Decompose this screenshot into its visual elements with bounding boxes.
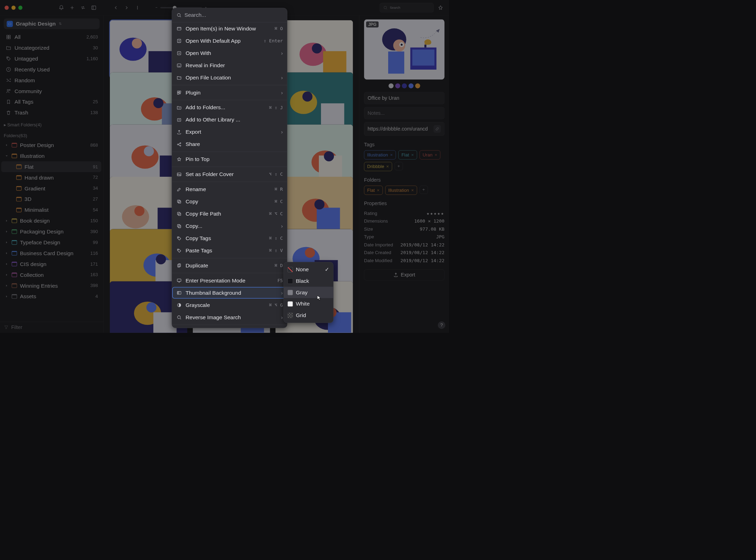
menu-more-[interactable]: More... › xyxy=(172,326,287,328)
plugin-icon xyxy=(176,90,182,95)
sidebar-item-trash[interactable]: Trash 138 xyxy=(2,107,101,118)
menu-shortcut: ⌘ O xyxy=(275,26,283,31)
menu-thumbnail-background[interactable]: Thumbnail Background › xyxy=(172,287,287,299)
remove-tag-icon[interactable]: × xyxy=(411,152,414,158)
add-tag-button[interactable]: + xyxy=(394,162,403,170)
menu-rename[interactable]: Rename ⌘ R xyxy=(172,183,287,195)
folder-poster design[interactable]: Poster Design 868 xyxy=(1,140,102,150)
folder-cis design[interactable]: CIS design 171 xyxy=(1,259,102,270)
subfolder-minimalist[interactable]: Minimalist 54 xyxy=(1,204,102,215)
menu-duplicate[interactable]: Duplicate ⌘ D xyxy=(172,259,287,272)
sidebar-item-recently used[interactable]: Recently Used xyxy=(2,64,101,75)
sidebar-item-uncategorized[interactable]: Uncategorized 30 xyxy=(2,42,101,53)
menu-export[interactable]: Export › xyxy=(172,126,287,138)
submenu-none[interactable]: None ✓ xyxy=(284,264,333,275)
folder-business card design[interactable]: Business Card Design 116 xyxy=(1,248,102,259)
pin-icon[interactable] xyxy=(436,4,444,12)
help-button[interactable]: ? xyxy=(438,321,445,329)
export-button[interactable]: Export xyxy=(364,269,444,280)
context-menu-search[interactable]: Search... xyxy=(172,8,287,22)
menu-paste-tags[interactable]: Paste Tags ⌘ ⇧ V xyxy=(172,244,287,257)
sidebar-item-community[interactable]: Community xyxy=(2,86,101,97)
menu-copy-[interactable]: Copy... › xyxy=(172,220,287,232)
tag-chip[interactable]: Illustration× xyxy=(364,150,396,160)
add-icon[interactable] xyxy=(68,4,76,12)
folders-label[interactable]: Folders(63) xyxy=(0,129,103,140)
menu-open-with-default-app[interactable]: Open With Default App ⇧ Enter xyxy=(172,35,287,47)
smart-folders-label[interactable]: ▸Smart Folders(4) xyxy=(0,118,103,129)
remove-folder-icon[interactable]: × xyxy=(411,188,414,193)
menu-reveal-in-finder[interactable]: Reveal in Finder xyxy=(172,59,287,71)
folder-packaging design[interactable]: Packaging Design 390 xyxy=(1,226,102,237)
close-window[interactable] xyxy=(5,6,9,10)
title-field[interactable]: Office by Uran xyxy=(364,92,444,104)
menu-set-as-folder-cover[interactable]: Set as Folder Cover ⌥ ⇧ C xyxy=(172,168,287,180)
menu-copy-tags[interactable]: Copy Tags ⌘ ⇧ C xyxy=(172,232,287,244)
inspector-preview[interactable]: JPG xyxy=(364,19,444,79)
folder-winning entries[interactable]: Winning Entries 398 xyxy=(1,280,102,291)
zoom-window[interactable] xyxy=(18,6,22,10)
sidebar-toggle-icon[interactable] xyxy=(90,4,98,12)
menu-reverse-image-search[interactable]: Reverse Image Search › xyxy=(172,311,287,323)
sidebar-item-all[interactable]: All 2,603 xyxy=(2,31,101,42)
tag-chip[interactable]: Flat× xyxy=(398,150,417,160)
submenu-white[interactable]: White xyxy=(284,298,333,310)
subfolder-hand drawn[interactable]: Hand drawn 72 xyxy=(1,172,102,183)
sidebar-item-random[interactable]: Random xyxy=(2,75,101,86)
menu-enter-presentation-mode[interactable]: Enter Presentation Mode F5 xyxy=(172,274,287,286)
link-icon[interactable] xyxy=(433,125,441,133)
remove-tag-icon[interactable]: × xyxy=(390,152,393,158)
menu-add-to-other-library-[interactable]: Add to Other Library ... xyxy=(172,113,287,126)
menu-shortcut: ⌘ ⇧ J xyxy=(269,105,283,110)
remove-tag-icon[interactable]: × xyxy=(386,164,389,169)
menu-plugin[interactable]: Plugin › xyxy=(172,86,287,99)
tag-chip[interactable]: Dribbble× xyxy=(364,162,392,171)
menu-copy[interactable]: Copy ⌘ C xyxy=(172,195,287,208)
menu-copy-file-path[interactable]: Copy File Path ⌘ ⌥ C xyxy=(172,208,287,220)
back-icon[interactable] xyxy=(112,4,120,12)
folder-chip[interactable]: Flat× xyxy=(364,186,383,195)
folder-typeface design[interactable]: Typeface Design 99 xyxy=(1,237,102,248)
subfolder-gradient[interactable]: Gradient 34 xyxy=(1,183,102,194)
menu-share[interactable]: Share xyxy=(172,138,287,150)
menu-add-to-folders-[interactable]: Add to Folders... ⌘ ⇧ J xyxy=(172,101,287,113)
color-swatch[interactable] xyxy=(388,83,393,88)
folder-collection[interactable]: Collection 163 xyxy=(1,270,102,280)
color-swatch[interactable] xyxy=(402,83,407,88)
notifications-icon[interactable] xyxy=(57,4,65,12)
sidebar-filter[interactable]: Filter xyxy=(0,322,103,332)
submenu-black[interactable]: Black xyxy=(284,275,333,287)
folder-assets[interactable]: Assets 4 xyxy=(1,291,102,302)
color-swatch[interactable] xyxy=(408,83,413,88)
tag-chip[interactable]: Uran× xyxy=(420,150,441,160)
remove-folder-icon[interactable]: × xyxy=(377,188,380,193)
menu-open-file-location[interactable]: Open File Location › xyxy=(172,71,287,84)
library-switcher[interactable]: Graphic Design ⇅ xyxy=(4,19,100,29)
menu-open-with[interactable]: Open With › xyxy=(172,47,287,59)
submenu-grid[interactable]: Grid xyxy=(284,309,333,321)
sidebar-item-untagged[interactable]: Untagged 1,160 xyxy=(2,53,101,64)
path-icon[interactable] xyxy=(133,4,141,12)
subfolder-3d[interactable]: 3D 27 xyxy=(1,194,102,205)
subfolder-flat[interactable]: Flat 91 xyxy=(1,161,102,172)
notes-field[interactable]: Notes... xyxy=(364,107,444,119)
menu-open-item-s-in-new-window[interactable]: Open Item(s) in New Window ⌘ O xyxy=(172,22,287,35)
color-swatch[interactable] xyxy=(415,83,420,88)
add-folder-button[interactable]: + xyxy=(420,186,428,194)
folder-illustration[interactable]: Illustration xyxy=(1,150,102,161)
folder-chip[interactable]: Illustration× xyxy=(385,186,417,195)
submenu-gray[interactable]: Gray xyxy=(284,287,333,298)
forward-icon[interactable] xyxy=(122,4,131,12)
menu-grayscale[interactable]: Grayscale ⌘ ⌥ G xyxy=(172,299,287,311)
remove-tag-icon[interactable]: × xyxy=(435,152,438,158)
menu-pin-to-top[interactable]: Pin to Top xyxy=(172,153,287,165)
sync-icon[interactable] xyxy=(79,4,87,12)
global-search[interactable]: Search xyxy=(380,3,434,12)
color-swatch[interactable] xyxy=(395,83,400,88)
tags-chips: Illustration×Flat×Uran×Dribbble×+ xyxy=(364,150,444,171)
sidebar-item-all tags[interactable]: All Tags 25 xyxy=(2,97,101,107)
folder-book design[interactable]: Book design 150 xyxy=(1,215,102,226)
url-field[interactable]: https://dribbble.com/urancd xyxy=(364,122,444,136)
search-icon xyxy=(176,315,182,320)
minimize-window[interactable] xyxy=(12,6,16,10)
